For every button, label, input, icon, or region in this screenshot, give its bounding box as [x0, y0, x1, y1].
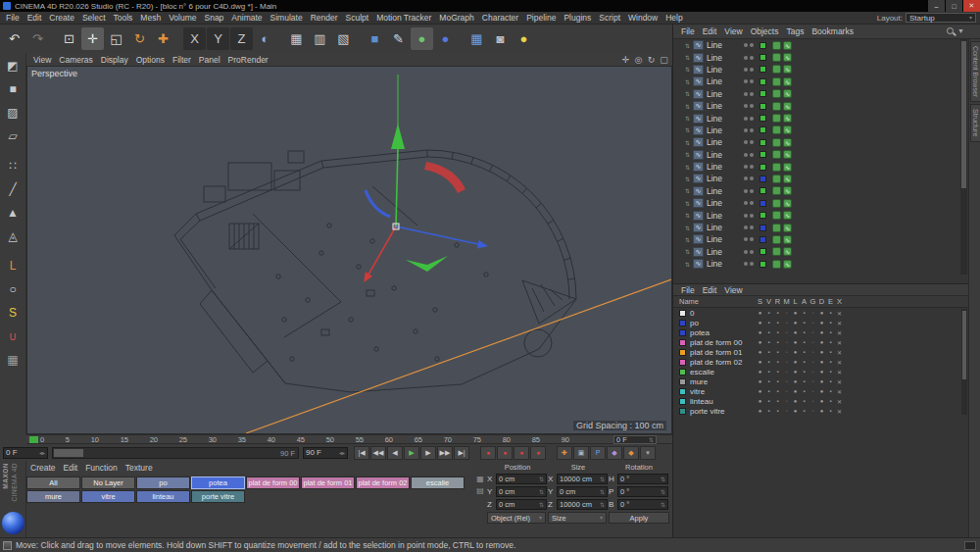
- layer-name[interactable]: mure: [690, 377, 753, 386]
- menu-item[interactable]: Tools: [110, 13, 137, 23]
- layout-dropdown[interactable]: Startup ▾: [906, 13, 976, 23]
- size-field[interactable]: 10000 cm⇅: [557, 499, 608, 510]
- render-visibility-dot[interactable]: [750, 92, 754, 96]
- layer-list-scrollbar[interactable]: [961, 309, 967, 415]
- viewport-menu-item[interactable]: View: [29, 55, 55, 65]
- object-tag-icon[interactable]: [772, 260, 781, 269]
- layer-toggle-icon[interactable]: ◦: [808, 349, 817, 355]
- coordinates-lock-icon[interactable]: ▤: [476, 486, 484, 495]
- viewport-nav-icon[interactable]: ▢: [658, 53, 670, 66]
- object-row[interactable]: ⇅ ∿ Line ∿: [673, 39, 960, 51]
- layer-toggle-icon[interactable]: ◦: [782, 378, 791, 384]
- viewport-menu-item[interactable]: Cameras: [55, 55, 96, 65]
- menu-item[interactable]: Help: [662, 13, 686, 23]
- filter-icon[interactable]: ▼: [957, 27, 964, 34]
- menu-item[interactable]: Pipeline: [522, 13, 560, 23]
- object-manager-menu-item[interactable]: View: [720, 26, 746, 36]
- layer-toggle-icon[interactable]: ▪: [800, 388, 808, 394]
- toolbar-icon[interactable]: ⊡: [58, 27, 80, 50]
- layer-color-chip[interactable]: [679, 329, 686, 336]
- layer-name[interactable]: plat de form 02: [690, 358, 753, 367]
- rotation-field[interactable]: 0 °⇅: [617, 486, 668, 497]
- viewport-menu-item[interactable]: Filter: [169, 55, 195, 65]
- object-row[interactable]: ⇅ ∿ Line ∿: [673, 233, 960, 245]
- object-row[interactable]: ⇅ ∿ Line ∿: [673, 209, 960, 221]
- expand-icon[interactable]: ⇅: [685, 115, 693, 122]
- layer-toggle-icon[interactable]: ●: [791, 378, 800, 384]
- object-list-scrollbar[interactable]: [960, 39, 967, 275]
- spline-tag-icon[interactable]: ∿: [783, 186, 792, 195]
- maximize-button[interactable]: □: [946, 0, 962, 12]
- layer-color-chip[interactable]: [760, 187, 766, 194]
- layer-toggle-icon[interactable]: ✕: [835, 369, 844, 376]
- layer-toggle-icon[interactable]: ●: [756, 359, 764, 365]
- menu-item[interactable]: Create: [45, 13, 78, 23]
- editor-visibility-dot[interactable]: [744, 165, 748, 169]
- transport-button[interactable]: ●: [514, 446, 529, 460]
- dock-tab[interactable]: Content Browser: [970, 41, 980, 102]
- layer-toggle-icon[interactable]: ▪: [800, 310, 808, 316]
- end-frame-field[interactable]: 90 F ◂▸: [303, 447, 348, 459]
- layer-color-chip[interactable]: [760, 225, 766, 231]
- object-tag-icon[interactable]: [772, 114, 781, 123]
- layer-toggle-icon[interactable]: ●: [791, 320, 800, 326]
- layer-toggle-icon[interactable]: ▪: [773, 378, 782, 384]
- menu-item[interactable]: Sculpt: [342, 13, 373, 23]
- layer-color-chip[interactable]: [760, 54, 766, 61]
- object-name[interactable]: Line: [707, 186, 744, 196]
- object-name[interactable]: Line: [707, 223, 744, 232]
- layer-toggle-icon[interactable]: ▪: [764, 349, 773, 355]
- object-row[interactable]: ⇅ ∿ Line ∿: [673, 173, 960, 184]
- layer-toggle-icon[interactable]: ●: [791, 408, 800, 414]
- toolbar-icon[interactable]: ▧: [332, 27, 355, 50]
- layer-toggle-icon[interactable]: ▪: [826, 369, 835, 375]
- toolbar-icon[interactable]: ✛: [81, 27, 104, 50]
- transport-button[interactable]: ▶▶: [437, 446, 453, 460]
- layer-color-chip[interactable]: [760, 115, 766, 122]
- layer-toggle-icon[interactable]: ●: [756, 398, 764, 404]
- object-tag-icon[interactable]: [772, 102, 781, 111]
- layer-color-chip[interactable]: [760, 103, 766, 110]
- render-visibility-dot[interactable]: [750, 56, 754, 60]
- editor-visibility-dot[interactable]: [744, 237, 748, 241]
- object-tag-icon[interactable]: [772, 65, 781, 74]
- editor-visibility-dot[interactable]: [744, 189, 748, 193]
- object-tag-icon[interactable]: [772, 163, 781, 172]
- layer-color-chip[interactable]: [760, 78, 766, 85]
- layer-filter-button[interactable]: plat de form 00: [246, 477, 300, 489]
- object-tag-icon[interactable]: [772, 175, 781, 183]
- layer-toggle-icon[interactable]: ●: [791, 369, 800, 375]
- close-button[interactable]: ✕: [963, 0, 980, 12]
- layer-color-chip[interactable]: [760, 200, 766, 207]
- rotation-field[interactable]: 0 °⇅: [617, 474, 668, 484]
- layer-toggle-icon[interactable]: ▪: [773, 310, 782, 316]
- mode-icon[interactable]: ▱: [3, 126, 23, 146]
- layer-toggle-icon[interactable]: ●: [791, 359, 800, 365]
- layer-toggle-icon[interactable]: ▪: [826, 398, 835, 404]
- layer-toggle-icon[interactable]: ▪: [764, 378, 773, 384]
- layer-name[interactable]: 0: [690, 309, 753, 318]
- selected-spline[interactable]: [246, 279, 671, 433]
- layer-toggle-icon[interactable]: ●: [817, 329, 826, 335]
- render-visibility-dot[interactable]: [750, 189, 754, 193]
- layer-toggle-icon[interactable]: ●: [817, 378, 826, 384]
- layer-toggle-icon[interactable]: ▪: [764, 388, 773, 394]
- object-row[interactable]: ⇅ ∿ Line ∿: [673, 222, 960, 233]
- render-visibility-dot[interactable]: [750, 201, 754, 205]
- toolbar-icon[interactable]: Z: [230, 27, 253, 50]
- object-tag-icon[interactable]: [772, 53, 781, 62]
- layer-toggle-icon[interactable]: ●: [817, 369, 826, 375]
- render-visibility-dot[interactable]: [750, 79, 754, 83]
- layer-toggle-icon[interactable]: ●: [791, 349, 800, 355]
- layer-toggle-icon[interactable]: ▪: [826, 310, 835, 316]
- layer-toggle-icon[interactable]: ◦: [782, 339, 791, 345]
- layer-row[interactable]: mure ●▪▪◦●▪◦●▪✕: [673, 376, 968, 386]
- material-menu-item[interactable]: Texture: [122, 463, 157, 473]
- layer-toggle-icon[interactable]: ◦: [782, 320, 791, 326]
- layer-filter-button[interactable]: porte vitre: [191, 490, 245, 503]
- size-field[interactable]: 0 cm⇅: [557, 486, 608, 497]
- object-tag-icon[interactable]: [772, 211, 781, 220]
- object-row[interactable]: ⇅ ∿ Line ∿: [673, 161, 960, 173]
- layer-toggle-icon[interactable]: ✕: [835, 378, 844, 385]
- menu-item[interactable]: Plugins: [560, 13, 595, 23]
